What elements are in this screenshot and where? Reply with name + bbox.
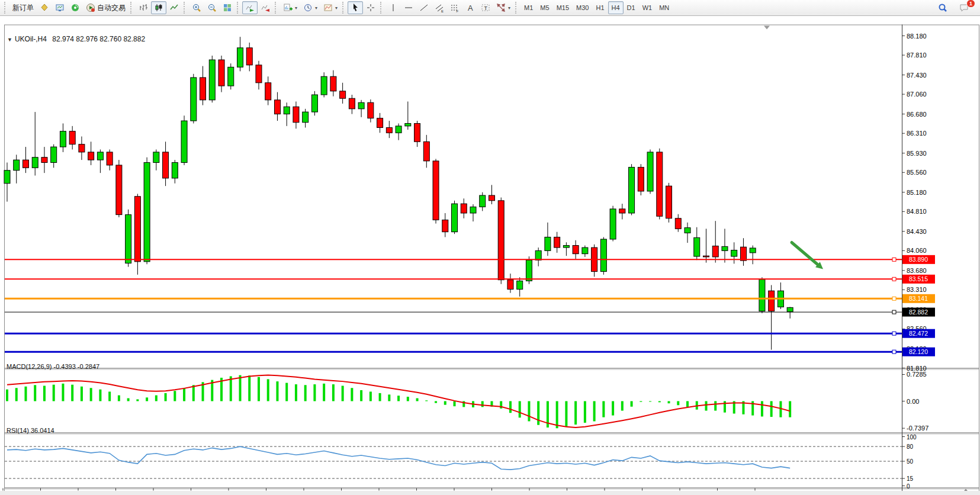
tf-mn-button[interactable]: MN bbox=[656, 1, 673, 14]
candle bbox=[69, 131, 75, 144]
macd-histogram-bar bbox=[351, 388, 353, 401]
indicators-button[interactable]: ▾ bbox=[280, 1, 300, 14]
zoom-in-button[interactable] bbox=[189, 1, 204, 14]
candle bbox=[657, 152, 663, 216]
chart-area[interactable]: 88.18087.81087.43087.06086.68086.31085.9… bbox=[0, 16, 980, 491]
candle bbox=[116, 165, 122, 215]
level-line-handle[interactable] bbox=[892, 297, 896, 300]
candle bbox=[60, 131, 66, 147]
crosshair-button[interactable] bbox=[363, 1, 378, 14]
price-level-badge-text: 82.120 bbox=[909, 348, 928, 355]
candle bbox=[722, 246, 728, 250]
tf-m1-button-label: M1 bbox=[524, 4, 533, 11]
candle bbox=[228, 67, 234, 86]
macd-histogram-bar bbox=[369, 391, 372, 401]
fibonacci-button[interactable]: F bbox=[447, 1, 462, 14]
templates-button-caret-icon[interactable]: ▾ bbox=[335, 5, 338, 11]
candle bbox=[480, 195, 486, 207]
horizontal-line-button[interactable] bbox=[401, 1, 416, 14]
bars-button[interactable] bbox=[136, 1, 151, 14]
tf-d1-button[interactable]: D1 bbox=[624, 1, 639, 14]
candle bbox=[349, 98, 355, 109]
candle bbox=[433, 161, 439, 220]
candle bbox=[41, 158, 47, 163]
level-line-handle[interactable] bbox=[892, 350, 896, 353]
macd-histogram-bar bbox=[789, 401, 791, 417]
search-button[interactable] bbox=[935, 1, 950, 14]
templates-button[interactable]: ▾ bbox=[320, 1, 340, 14]
candle bbox=[423, 142, 429, 161]
macd-histogram-bar bbox=[258, 377, 260, 401]
chart-shift-button[interactable] bbox=[258, 1, 273, 14]
new-order-button[interactable]: 新订单 bbox=[9, 1, 37, 14]
candle bbox=[200, 78, 206, 100]
channel-button[interactable]: E bbox=[432, 1, 447, 14]
tf-h1-button[interactable]: H1 bbox=[592, 1, 608, 14]
candle bbox=[209, 60, 215, 100]
notifications-button[interactable]: 1 bbox=[956, 1, 972, 14]
tf-w1-button[interactable]: W1 bbox=[639, 1, 656, 14]
candle bbox=[507, 280, 513, 290]
periods-button[interactable]: ▾ bbox=[300, 1, 320, 14]
candle bbox=[666, 186, 672, 218]
tile-windows-button[interactable] bbox=[220, 1, 235, 14]
arrows-button-caret-icon[interactable]: ▾ bbox=[508, 5, 510, 11]
chart-window-icon-button[interactable] bbox=[37, 1, 52, 14]
macd-histogram-bar bbox=[416, 398, 419, 401]
autotrading-button[interactable]: 自动交易 bbox=[83, 1, 128, 14]
level-line-handle[interactable] bbox=[892, 277, 896, 281]
fibo-icon: F bbox=[450, 3, 460, 12]
label-button[interactable]: T bbox=[478, 1, 493, 14]
macd-histogram-bar bbox=[612, 401, 614, 416]
macd-axis-label: 0.00 bbox=[907, 398, 919, 405]
candle bbox=[731, 250, 737, 256]
tf-m1-button[interactable]: M1 bbox=[520, 1, 536, 14]
notification-count-badge: 1 bbox=[966, 0, 975, 8]
toolbar-separator bbox=[275, 2, 278, 14]
candle bbox=[535, 250, 541, 260]
trendline-button[interactable] bbox=[416, 1, 432, 14]
text-button[interactable]: A bbox=[462, 1, 478, 14]
macd-histogram-bar bbox=[81, 387, 83, 401]
tf-h4-button-label: H4 bbox=[612, 4, 620, 11]
labelT-icon: T bbox=[481, 3, 490, 12]
tf-m15-button[interactable]: M15 bbox=[553, 1, 573, 14]
chart-canvas[interactable]: 88.18087.81087.43087.06086.68086.31085.9… bbox=[0, 16, 980, 495]
candles-button[interactable] bbox=[151, 1, 166, 14]
macd-histogram-bar bbox=[519, 401, 521, 418]
candle bbox=[79, 144, 85, 152]
macd-histogram-bar bbox=[435, 401, 437, 403]
autoscroll-button[interactable] bbox=[242, 1, 258, 14]
arrows-button[interactable]: ▾ bbox=[493, 1, 513, 14]
level-line-handle[interactable] bbox=[892, 332, 896, 335]
tf-m30-button[interactable]: M30 bbox=[573, 1, 592, 14]
level-line-handle[interactable] bbox=[892, 310, 896, 314]
periods-button-caret-icon[interactable]: ▾ bbox=[315, 5, 317, 11]
autotrading-button-label: 自动交易 bbox=[97, 3, 126, 13]
macd-label: MACD(12,26,9) -0.4393 -0.2847 bbox=[7, 363, 99, 370]
chart-ohlc-values: 82.974 82.976 82.760 82.882 bbox=[52, 35, 145, 43]
macd-histogram-bar bbox=[108, 391, 111, 401]
linechart-icon bbox=[169, 3, 179, 12]
vertical-line-button[interactable] bbox=[385, 1, 401, 14]
terminal-icon-button[interactable] bbox=[52, 1, 68, 14]
macd-histogram-bar bbox=[658, 401, 661, 403]
macd-axis-label: -0.7397 bbox=[907, 425, 928, 432]
candle bbox=[600, 239, 606, 272]
cursor-icon bbox=[351, 3, 360, 12]
macd-histogram-bar bbox=[593, 401, 596, 422]
tf-h4-button[interactable]: H4 bbox=[608, 1, 624, 14]
macd-histogram-bar bbox=[584, 401, 586, 423]
tf-m5-button[interactable]: M5 bbox=[536, 1, 552, 14]
cursor-button[interactable] bbox=[348, 1, 363, 14]
indicators-button-caret-icon[interactable]: ▾ bbox=[295, 5, 297, 11]
line-chart-button[interactable] bbox=[166, 1, 182, 14]
chevron-down-icon[interactable]: ▼ bbox=[7, 37, 12, 43]
zoom-out-button[interactable] bbox=[204, 1, 220, 14]
signals-icon-button[interactable] bbox=[68, 1, 83, 14]
candle bbox=[368, 102, 374, 118]
toolbar-separator bbox=[237, 2, 240, 14]
tf-mn-button-label: MN bbox=[659, 4, 669, 11]
candle bbox=[703, 256, 709, 257]
level-line-handle[interactable] bbox=[892, 258, 896, 261]
